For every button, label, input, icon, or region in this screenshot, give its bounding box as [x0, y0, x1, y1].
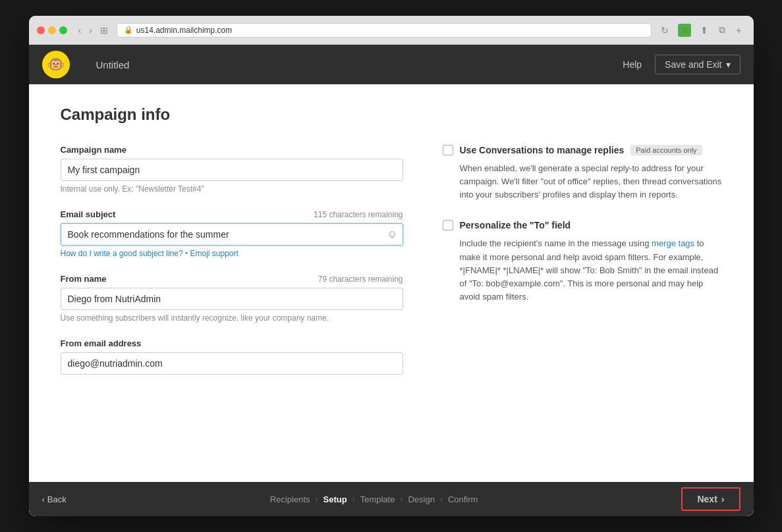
- step-confirm-label: Confirm: [448, 494, 478, 504]
- browser-actions: ⬆ ⧉ +: [696, 22, 745, 38]
- personalize-header: Personalize the "To" field: [443, 220, 722, 230]
- personalize-desc-text1: Include the recipient's name in the mess…: [460, 238, 650, 248]
- nav-title: Untitled: [96, 59, 130, 70]
- next-chevron-icon: ›: [721, 494, 725, 504]
- page-title: Campaign info: [61, 105, 722, 124]
- lock-icon: 🔒: [124, 26, 133, 34]
- new-tab-button[interactable]: +: [732, 22, 745, 38]
- from-name-group: From name 79 characters remaining Use so…: [61, 274, 403, 323]
- paid-accounts-badge: Paid accounts only: [630, 145, 702, 155]
- browser-window: ‹ › ⊞ 🔒 us14.admin.mailchimp.com ↻ 🌿 ⬆ ⧉…: [29, 16, 754, 516]
- step-template: Template: [360, 494, 395, 504]
- logo-area: 🐵: [42, 51, 70, 78]
- address-text: us14.admin.mailchimp.com: [136, 26, 232, 35]
- conversations-section: Use Conversations to manage replies Paid…: [443, 145, 722, 201]
- email-subject-input[interactable]: [61, 223, 403, 246]
- personalize-section: Personalize the "To" field Include the r…: [443, 220, 722, 304]
- step-design-label: Design: [408, 494, 434, 504]
- campaign-name-label-row: Campaign name: [61, 145, 403, 155]
- step-setup-label: Setup: [323, 494, 347, 504]
- step-sep-4: ›: [440, 494, 443, 504]
- step-recipients: Recipients: [270, 494, 310, 504]
- share-button[interactable]: ⬆: [696, 22, 712, 38]
- link-separator: •: [185, 249, 188, 258]
- step-recipients-label: Recipients: [270, 494, 310, 504]
- conversations-checkbox[interactable]: [443, 145, 453, 155]
- email-subject-group: Email subject 115 characters remaining ☺…: [61, 209, 403, 258]
- from-name-label-row: From name 79 characters remaining: [61, 274, 403, 284]
- footer-nav: ‹ Back Recipients › Setup › Template › D…: [29, 482, 754, 516]
- subject-line-help-link[interactable]: How do I write a good subject line?: [61, 249, 183, 258]
- form-right: Use Conversations to manage replies Paid…: [443, 145, 722, 390]
- personalize-description: Include the recipient's name in the mess…: [460, 237, 722, 304]
- campaign-name-input[interactable]: [61, 159, 403, 181]
- personalize-label: Personalize the "To" field: [460, 220, 571, 230]
- next-label: Next: [697, 494, 717, 504]
- back-nav-button[interactable]: ‹: [75, 24, 85, 37]
- step-design: Design: [408, 494, 434, 504]
- form-left: Campaign name Internal use only. Ex: "Ne…: [61, 145, 403, 390]
- from-email-group: From email address: [61, 338, 403, 375]
- email-subject-label: Email subject: [61, 209, 116, 219]
- from-name-input[interactable]: [61, 288, 403, 310]
- conversations-label: Use Conversations to manage replies: [460, 145, 625, 155]
- back-label: Back: [47, 494, 67, 504]
- reload-button[interactable]: ↻: [657, 24, 673, 37]
- from-name-hint: Use something subscribers will instantly…: [61, 313, 403, 323]
- campaign-name-label: Campaign name: [61, 145, 126, 155]
- form-layout: Campaign name Internal use only. Ex: "Ne…: [61, 145, 722, 390]
- step-setup: Setup: [323, 494, 347, 504]
- email-subject-label-row: Email subject 115 characters remaining: [61, 209, 403, 219]
- email-subject-input-wrapper: ☺: [61, 223, 403, 246]
- from-email-label-row: From email address: [61, 338, 403, 348]
- conversations-description: When enabled, we'll generate a special r…: [460, 162, 722, 201]
- next-button[interactable]: Next ›: [681, 487, 740, 511]
- window-button[interactable]: ⊞: [97, 24, 111, 37]
- step-template-label: Template: [360, 494, 395, 504]
- email-subject-links: How do I write a good subject line? • Em…: [61, 249, 403, 258]
- help-link[interactable]: Help: [623, 59, 642, 70]
- personalize-checkbox[interactable]: [443, 220, 453, 230]
- app-container: 🐵 Untitled Help Save and Exit ▾ Campaign…: [29, 45, 754, 516]
- top-nav: 🐵 Untitled Help Save and Exit ▾: [29, 45, 754, 84]
- from-name-char-count: 79 characters remaining: [318, 275, 403, 284]
- favicon: 🌿: [678, 24, 691, 37]
- back-button[interactable]: ‹ Back: [42, 494, 67, 504]
- step-sep-3: ›: [400, 494, 403, 504]
- main-content: Campaign info Campaign name Internal use…: [29, 84, 754, 482]
- step-confirm: Confirm: [448, 494, 478, 504]
- forward-nav-button[interactable]: ›: [86, 24, 96, 37]
- steps-nav: Recipients › Setup › Template › Design ›…: [67, 494, 682, 504]
- conversations-header: Use Conversations to manage replies Paid…: [443, 145, 722, 155]
- emoji-button[interactable]: ☺: [387, 228, 397, 240]
- step-sep-1: ›: [316, 494, 318, 504]
- from-email-label: From email address: [61, 338, 142, 348]
- browser-chrome: ‹ › ⊞ 🔒 us14.admin.mailchimp.com ↻ 🌿 ⬆ ⧉…: [29, 16, 754, 45]
- chevron-down-icon: ▾: [726, 59, 731, 70]
- from-name-label: From name: [61, 274, 107, 284]
- browser-nav-buttons: ‹ › ⊞: [75, 24, 111, 37]
- pip-button[interactable]: ⧉: [715, 22, 729, 38]
- from-email-input[interactable]: [61, 352, 403, 375]
- fullscreen-traffic-light[interactable]: [59, 26, 67, 34]
- close-traffic-light[interactable]: [37, 26, 45, 34]
- campaign-name-group: Campaign name Internal use only. Ex: "Ne…: [61, 145, 403, 194]
- email-subject-char-count: 115 characters remaining: [314, 210, 403, 219]
- minimize-traffic-light[interactable]: [48, 26, 56, 34]
- address-bar[interactable]: 🔒 us14.admin.mailchimp.com: [117, 23, 652, 38]
- mailchimp-logo: 🐵: [42, 51, 70, 78]
- traffic-lights: [37, 26, 67, 34]
- save-exit-button[interactable]: Save and Exit ▾: [655, 55, 740, 74]
- merge-tags-link[interactable]: merge tags: [652, 238, 694, 248]
- campaign-name-hint: Internal use only. Ex: "Newsletter Test#…: [61, 184, 403, 194]
- step-sep-2: ›: [352, 494, 355, 504]
- emoji-support-link[interactable]: Emoji support: [190, 249, 238, 258]
- back-chevron-icon: ‹: [42, 494, 45, 504]
